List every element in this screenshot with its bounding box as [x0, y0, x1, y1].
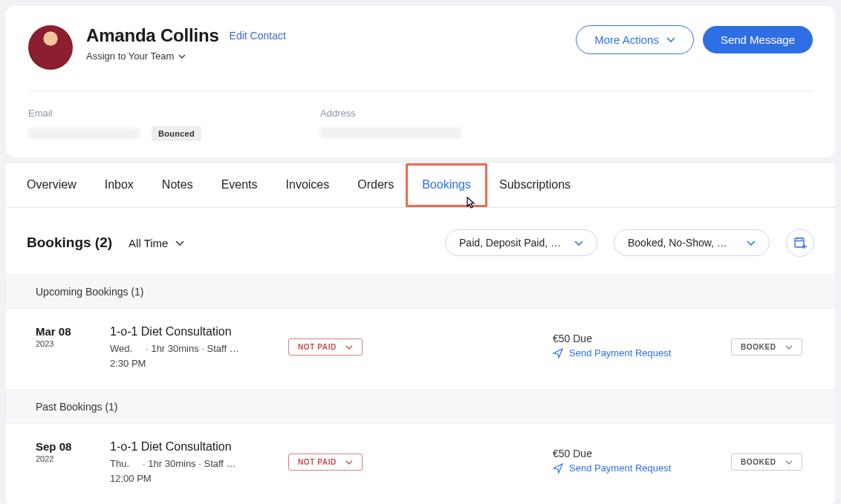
- booking-date-year: 2022: [36, 454, 80, 463]
- chevron-down-icon: [574, 240, 583, 246]
- booking-staff: Staff …: [204, 458, 236, 469]
- booking-time: 12:00 PM: [110, 473, 152, 484]
- payment-status-label: NOT PAID: [298, 343, 337, 351]
- booking-date: Mar 08 2023: [36, 325, 80, 348]
- booking-date-main: Mar 08: [36, 325, 80, 338]
- booking-day: Wed.: [110, 343, 132, 354]
- booking-details: 1-o-1 Diet Consultation Wed. 1hr 30minsS…: [110, 325, 259, 370]
- contact-tabs: Overview Inbox Notes Events Invoices Ord…: [6, 163, 835, 208]
- booking-status-chip[interactable]: BOOKED: [731, 454, 802, 471]
- tab-subscriptions[interactable]: Subscriptions: [499, 163, 571, 207]
- time-filter-label: All Time: [129, 237, 168, 249]
- booking-status-chip[interactable]: BOOKED: [731, 338, 802, 356]
- tab-bookings[interactable]: Bookings: [406, 163, 487, 207]
- email-label: Email: [28, 108, 201, 119]
- send-icon: [553, 463, 563, 474]
- booking-status-label: BOOKED: [741, 343, 776, 351]
- chevron-down-icon: [666, 37, 675, 42]
- chevron-down-icon: [785, 345, 793, 350]
- more-actions-label: More Actions: [594, 33, 659, 46]
- send-payment-request-label: Send Payment Request: [569, 347, 671, 359]
- time-filter-dropdown[interactable]: All Time: [129, 237, 184, 249]
- avatar[interactable]: [28, 25, 73, 70]
- send-payment-request-label: Send Payment Request: [569, 462, 671, 474]
- payment-status-chip[interactable]: NOT PAID: [288, 338, 363, 356]
- tab-notes[interactable]: Notes: [162, 163, 193, 207]
- chevron-down-icon: [785, 460, 793, 465]
- booking-service-title: 1-o-1 Diet Consultation: [110, 440, 259, 454]
- send-message-label: Send Message: [721, 33, 795, 46]
- booking-row[interactable]: Sep 08 2022 1-o-1 Diet Consultation Thu.…: [6, 424, 835, 504]
- assign-team-label: Assign to Your Team: [86, 50, 174, 62]
- new-booking-button[interactable]: [786, 229, 814, 257]
- booking-date-year: 2023: [36, 339, 80, 348]
- email-info: Email Bounced: [28, 108, 201, 141]
- booking-status-label: BOOKED: [741, 458, 776, 466]
- contact-header-card: Amanda Collins Edit Contact Assign to Yo…: [6, 6, 835, 157]
- tab-orders[interactable]: Orders: [357, 163, 394, 207]
- booking-row[interactable]: Mar 08 2023 1-o-1 Diet Consultation Wed.…: [6, 309, 835, 390]
- booking-time: 2:30 PM: [110, 358, 146, 369]
- chevron-down-icon: [345, 345, 353, 350]
- bookings-title: Bookings (2): [27, 235, 112, 251]
- more-actions-button[interactable]: More Actions: [576, 25, 694, 54]
- email-value-redacted: [28, 128, 140, 139]
- payment-status-chip[interactable]: NOT PAID: [288, 454, 363, 471]
- booking-staff: Staff …: [207, 343, 239, 354]
- chevron-down-icon: [747, 240, 756, 246]
- bounced-badge: Bounced: [152, 126, 201, 141]
- send-payment-request-link[interactable]: Send Payment Request: [553, 462, 671, 474]
- upcoming-section-header: Upcoming Bookings (1): [6, 275, 835, 309]
- contact-name: Amanda Collins: [86, 25, 219, 46]
- booking-day: Thu.: [110, 458, 129, 469]
- payment-status-label: NOT PAID: [298, 458, 337, 466]
- send-message-button[interactable]: Send Message: [703, 26, 813, 53]
- booking-due-amount: €50 Due: [553, 448, 701, 459]
- edit-contact-link[interactable]: Edit Contact: [230, 30, 286, 42]
- booking-due-amount: €50 Due: [553, 333, 701, 344]
- booking-date: Sep 08 2022: [36, 440, 80, 463]
- tab-inbox[interactable]: Inbox: [105, 163, 134, 207]
- address-info: Address: [320, 108, 461, 141]
- booking-service-title: 1-o-1 Diet Consultation: [110, 325, 259, 338]
- booking-duration: 1hr 30mins: [148, 458, 195, 469]
- past-section-header: Past Bookings (1): [6, 390, 835, 424]
- send-payment-request-link[interactable]: Send Payment Request: [553, 347, 671, 359]
- status-filter-dropdown[interactable]: Booked, No-Show, C…: [614, 229, 770, 256]
- booking-date-main: Sep 08: [36, 440, 80, 453]
- address-label: Address: [320, 108, 461, 119]
- payment-filter-label: Paid, Deposit Paid, …: [459, 237, 561, 249]
- chevron-down-icon: [178, 54, 186, 59]
- chevron-down-icon: [175, 240, 184, 246]
- bookings-panel: Bookings (2) All Time Paid, Deposit Paid…: [6, 208, 835, 504]
- address-value-redacted: [320, 128, 461, 138]
- chevron-down-icon: [345, 460, 353, 465]
- payment-filter-dropdown[interactable]: Paid, Deposit Paid, …: [445, 229, 597, 256]
- divider: [28, 91, 813, 91]
- booking-details: 1-o-1 Diet Consultation Thu. 1hr 30minsS…: [110, 440, 259, 485]
- status-filter-label: Booked, No-Show, C…: [628, 237, 733, 249]
- tab-events[interactable]: Events: [221, 163, 258, 207]
- tab-bookings-label: Bookings: [422, 178, 471, 191]
- booking-duration: 1hr 30mins: [151, 343, 198, 354]
- send-icon: [553, 348, 563, 359]
- tab-invoices[interactable]: Invoices: [286, 163, 330, 207]
- calendar-plus-icon: [793, 236, 807, 249]
- assign-team-dropdown[interactable]: Assign to Your Team: [86, 50, 186, 62]
- tab-overview[interactable]: Overview: [27, 163, 77, 207]
